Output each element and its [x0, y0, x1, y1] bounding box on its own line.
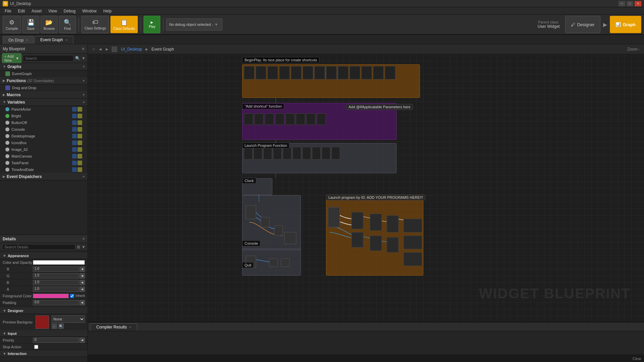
menu-view[interactable]: View: [45, 8, 60, 14]
browse-icon: 📂: [45, 19, 53, 26]
zoom-control[interactable]: Zoom -: [627, 47, 640, 52]
compiler-results-tab-label: Compiler Results: [96, 325, 127, 329]
menu-file[interactable]: File: [1, 8, 14, 14]
r-input[interactable]: 1.0: [33, 266, 79, 272]
sidebar-item-maincanvas[interactable]: MainCanvas: [0, 153, 88, 160]
my-blueprint-header: My Blueprint ✕: [0, 44, 88, 54]
preview-bg-swatch[interactable]: [36, 315, 49, 329]
sidebar-item-drag-and-drop[interactable]: Drag and Drop: [0, 84, 88, 91]
g-slider[interactable]: ◄: [79, 273, 85, 279]
menu-edit[interactable]: Edit: [14, 8, 28, 14]
padding-input[interactable]: 0.0: [33, 300, 79, 305]
bp-node-10: [350, 66, 360, 79]
compiler-results-content: [88, 331, 644, 355]
tab-event-graph-label: Event Graph: [40, 38, 63, 42]
event-dispatchers-add-button[interactable]: +: [83, 174, 85, 179]
preview-search-button[interactable]: 🔍: [58, 323, 64, 329]
priority-input[interactable]: 0: [33, 338, 79, 343]
a-input[interactable]: 1.0: [33, 287, 79, 292]
graph-button[interactable]: 📊 Graph: [610, 16, 641, 33]
functions-add-button[interactable]: +: [83, 78, 85, 83]
sidebar-item-parentactor[interactable]: ParentActor: [0, 106, 88, 113]
drag-drop-icon: [5, 85, 10, 90]
inherit-checkbox[interactable]: [70, 294, 74, 298]
bp-node-8: [326, 66, 337, 79]
priority-slider[interactable]: ◄: [79, 338, 85, 343]
g-input[interactable]: 1.0: [33, 273, 79, 279]
sidebar-item-console[interactable]: Console: [0, 126, 88, 133]
sidebar-item-iconsbox[interactable]: IconsBox: [0, 139, 88, 146]
save-icon: 💾: [27, 19, 35, 26]
variables-add-button[interactable]: +: [83, 100, 85, 105]
class-defaults-button[interactable]: 📋 Class Defaults: [110, 16, 138, 33]
browse-button[interactable]: 📂 Browse: [41, 16, 58, 33]
lp-node-8: [312, 147, 321, 160]
designer-button[interactable]: 🖊 Designer: [565, 16, 600, 33]
breadcrumb-grid-icon: [112, 47, 117, 52]
r-slider[interactable]: ◄: [79, 266, 85, 272]
details-close[interactable]: ✕: [82, 237, 85, 241]
details-grid-icon[interactable]: ⊞: [77, 245, 80, 249]
event-dispatchers-section-header[interactable]: ▶ Event Dispatchers +: [0, 173, 88, 180]
graphs-section-header[interactable]: ▼ Graphs +: [0, 63, 88, 70]
macros-add-button[interactable]: +: [83, 93, 85, 97]
stop-action-checkbox[interactable]: [34, 345, 38, 349]
add-params-label: Add @IfApplicatable Parameters here: [346, 104, 413, 110]
search-options-icon[interactable]: ▼: [82, 56, 86, 61]
breadcrumb-back[interactable]: ◄: [98, 47, 102, 52]
sidebar-item-timeanddate[interactable]: TimeAndDate: [0, 166, 88, 173]
search-input[interactable]: [23, 55, 74, 62]
find-button[interactable]: 🔍 Find: [59, 16, 76, 33]
menu-help[interactable]: Help: [100, 8, 115, 14]
preview-bg-select[interactable]: None: [52, 315, 85, 323]
sidebar-item-image62[interactable]: Image_62: [0, 146, 88, 153]
functions-section-header[interactable]: ▶ Functions (37 Overridable) +: [0, 77, 88, 84]
preview-prev-button[interactable]: ←: [52, 323, 57, 329]
sidebar-item-eventgraph[interactable]: EventGraph: [0, 70, 88, 77]
play-button[interactable]: ▶ Play: [144, 16, 160, 33]
a-value-area: 1.0 ◄: [33, 287, 85, 292]
close-button[interactable]: ✕: [635, 1, 641, 6]
minimize-button[interactable]: ─: [619, 1, 625, 6]
b-input[interactable]: 1.0: [33, 280, 79, 285]
color-opacity-swatch[interactable]: [33, 260, 85, 265]
blueprint-canvas[interactable]: BeginPlay. Its nice place for create sho…: [88, 54, 644, 322]
clear-button[interactable]: Clear: [633, 357, 641, 361]
save-button[interactable]: 💾 Save: [22, 16, 39, 33]
sidebar-item-desktopimage[interactable]: DesktopImage: [0, 133, 88, 139]
menu-asset[interactable]: Asset: [28, 8, 45, 14]
stop-action-row: Stop Action: [0, 344, 88, 350]
menu-window[interactable]: Window: [79, 8, 100, 14]
b-slider[interactable]: ◄: [79, 280, 85, 285]
details-search-input[interactable]: [2, 244, 75, 250]
sidebar-item-buttonoff[interactable]: ButtonOff: [0, 119, 88, 126]
padding-slider[interactable]: ◄: [79, 300, 85, 305]
tab-event-graph[interactable]: Event Graph ✕: [35, 36, 73, 44]
console-ri2: [77, 127, 82, 132]
add-new-button[interactable]: + Add New ▼: [2, 53, 21, 63]
breadcrumb-forward[interactable]: ►: [105, 47, 109, 52]
maximize-button[interactable]: □: [627, 1, 633, 6]
sidebar-item-taskpanel[interactable]: TaskPanel: [0, 160, 88, 166]
my-blueprint-close[interactable]: ✕: [82, 47, 85, 51]
menu-debug[interactable]: Debug: [60, 8, 79, 14]
macros-section-header[interactable]: ▶ Macros +: [0, 91, 88, 99]
a-slider[interactable]: ◄: [79, 287, 85, 292]
compiler-results-tab[interactable]: Compiler Results ✕: [91, 323, 137, 331]
svg-rect-0: [246, 205, 256, 219]
graphs-add-button[interactable]: +: [83, 64, 85, 69]
launch-by-id-node-area: [326, 195, 423, 276]
iconsbox-icon: [5, 141, 9, 145]
sidebar-item-bright[interactable]: Bright: [0, 113, 88, 119]
breadcrumb-star[interactable]: ☆: [92, 47, 96, 52]
breadcrumb-project[interactable]: UI_Desktop: [121, 47, 142, 52]
g-value-area: 1.0 ◄: [33, 273, 85, 279]
class-settings-button[interactable]: 🏷 Class Settings: [82, 16, 109, 33]
tab-on-drop[interactable]: On Drop ✕: [3, 36, 34, 44]
foreground-color-swatch[interactable]: [33, 294, 69, 298]
debug-filter-dropdown[interactable]: No debug object selected - ▼: [166, 18, 222, 31]
lp-node-9: [322, 147, 330, 160]
compile-button[interactable]: ⚙ Compile: [3, 16, 21, 33]
variables-section-header[interactable]: ▼ Variables +: [0, 99, 88, 106]
details-view-icon[interactable]: ▼: [82, 245, 86, 249]
